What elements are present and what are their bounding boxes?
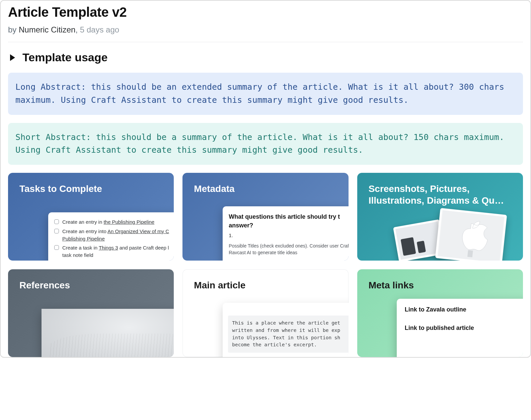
thumbnail-apple-logo (435, 208, 507, 261)
section-heading: Template usage (22, 51, 107, 64)
checkbox-icon[interactable] (54, 245, 59, 250)
task-text: Create an entry in the Publishing Pipeli… (62, 218, 154, 226)
long-abstract-callout[interactable]: Long Abstract: this should be an extende… (8, 73, 523, 115)
task-link[interactable]: Things 3 (99, 245, 118, 251)
task-row: Create an entry into An Organized View o… (54, 228, 174, 242)
section-heading-row[interactable]: Template usage (8, 51, 523, 64)
card-title: Metadata (194, 183, 337, 195)
checkbox-icon[interactable] (54, 219, 59, 224)
book-pages-image (42, 309, 174, 357)
apple-logo-icon (437, 210, 505, 261)
task-row: Create a task in Things 3 and paste Craf… (54, 244, 174, 259)
card-title: Tasks to Complete (19, 183, 162, 195)
byline-date: 5 days ago (80, 25, 119, 34)
card-title: Meta links (369, 279, 512, 291)
task-line2: task note field (62, 252, 93, 258)
disclosure-triangle-icon[interactable] (10, 54, 15, 61)
meta-link-item[interactable]: Link to Zavala outline (405, 306, 523, 313)
task-text: Create a task in Things 3 and paste Craf… (62, 244, 169, 259)
svg-rect-1 (467, 250, 473, 258)
task-link[interactable]: An Organized View of my C (107, 228, 169, 234)
divider (8, 42, 523, 42)
task-pre: Create a task in (62, 245, 99, 251)
task-text: Create an entry into An Organized View o… (62, 228, 169, 242)
page-title: Article Template v2 (8, 5, 523, 20)
short-abstract-callout[interactable]: Short Abstract: this should be a summary… (8, 123, 523, 165)
task-pre: Create an entry in (62, 219, 103, 225)
task-row: Create an entry in the Publishing Pipeli… (54, 218, 174, 226)
card-title: References (19, 279, 162, 291)
task-pre: Create an entry into (62, 228, 107, 234)
card-preview (42, 309, 174, 357)
byline-author: Numeric Citizen (19, 25, 75, 34)
card-meta-links[interactable]: Meta links Link to Zavala outline Link t… (357, 269, 523, 357)
card-main-article[interactable]: Main article This is a place where the a… (182, 269, 348, 357)
task-post: and paste Craft deep l (118, 245, 169, 251)
card-references[interactable]: References (8, 269, 174, 357)
card-preview: Link to Zavala outline Link to published… (397, 299, 523, 357)
metadata-question: What questions this article should try t… (229, 212, 348, 230)
cards-grid: Tasks to Complete Create an entry in the… (8, 173, 523, 357)
card-preview: This is a place where the article get wr… (223, 303, 348, 357)
task-link[interactable]: the Publishing Pipeline (103, 219, 154, 225)
card-tasks[interactable]: Tasks to Complete Create an entry in the… (8, 173, 174, 261)
byline-separator: , (75, 25, 80, 34)
meta-link-item[interactable]: Link to published article (405, 325, 523, 332)
metadata-ordinal: 1. (229, 232, 348, 239)
document-root: Article Template v2 by Numeric Citizen, … (0, 0, 531, 358)
thumbnail-stack (357, 173, 523, 261)
card-title: Main article (194, 279, 337, 291)
byline-prefix: by (8, 25, 19, 34)
card-metadata[interactable]: Metadata What questions this article sho… (182, 173, 348, 261)
excerpt-text: This is a place where the article get wr… (228, 316, 348, 353)
checkbox-icon[interactable] (54, 229, 59, 233)
metadata-note: Possible Titles (check excluded ones). C… (229, 242, 348, 256)
byline: by Numeric Citizen, 5 days ago (8, 25, 523, 34)
card-preview: What questions this article should try t… (223, 206, 348, 261)
card-preview: Create an entry in the Publishing Pipeli… (48, 212, 174, 261)
task-link[interactable]: Publishing Pipeline (62, 236, 105, 241)
card-screenshots[interactable]: Screenshots, Pictures, Illustrations, Di… (357, 173, 523, 261)
